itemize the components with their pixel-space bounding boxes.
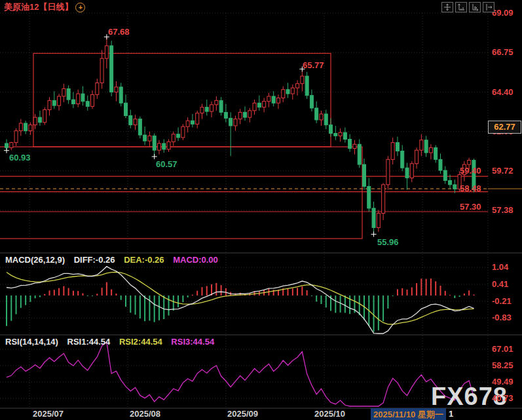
low-label-6057: 60.57 — [156, 159, 177, 169]
date-suffix: 1 — [449, 409, 453, 419]
add-overlay-icon[interactable]: + — [75, 3, 85, 12]
axis-tick-label: -0.21 — [492, 296, 512, 306]
rsi-header: RSI(14,14,14) RSI1:44.54 RSI2:44.54 RSI3… — [5, 337, 221, 347]
rsi3-value: RSI3:44.54 — [171, 337, 214, 347]
axis-tick-label: 66.75 — [492, 47, 513, 57]
axis-tick-label: 40.73 — [492, 393, 513, 403]
macd-dea-value: DEA:-0.26 — [124, 255, 164, 265]
chart-toolbar — [441, 2, 494, 12]
month-label: 2025/09 — [227, 409, 258, 419]
macd-macd-value: MACD:0.00 — [173, 255, 218, 265]
axis-tick-label: -0.83 — [492, 313, 512, 322]
axis-tick-label: 58.25 — [492, 360, 513, 370]
axis-tick-label: 0.41 — [492, 279, 508, 289]
macd-header: MACD(26,12,9) DIFF:-0.26 DEA:-0.26 MACD:… — [5, 255, 225, 265]
low-label-5596: 55.96 — [377, 237, 399, 247]
title-bar: 美原油12【日线】 + — [4, 1, 85, 13]
hline-label-5730: 57.30 — [460, 202, 481, 212]
rsi1-value: RSI1:44.54 — [67, 337, 111, 347]
axis-tick-label: 49.49 — [492, 377, 513, 387]
exit-right-icon[interactable] — [483, 2, 494, 12]
month-label: 2025/07 — [33, 409, 64, 419]
rsi2-value: RSI2:44.54 — [119, 337, 162, 347]
chart-app: 美原油12【日线】 + 69.0966.7564.4062.0659.7257.… — [0, 0, 522, 420]
axis-tick-label: 59.72 — [492, 166, 513, 176]
rsi-name: RSI(14,14,14) — [5, 337, 58, 347]
low-label-6093: 60.93 — [9, 153, 31, 162]
high-label-6768: 67.68 — [108, 27, 130, 37]
axis-tick-label: 57.38 — [492, 205, 513, 215]
axis-pan-icon[interactable] — [469, 2, 481, 12]
axis-tick-label: 64.40 — [492, 87, 513, 97]
candlestick-chart[interactable] — [0, 0, 522, 420]
hline-label-5940: 59.40 — [460, 166, 481, 176]
high-label-6577: 65.77 — [303, 60, 324, 70]
macd-name: MACD(26,12,9) — [5, 255, 65, 265]
page-title: 美原油12【日线】 — [4, 1, 73, 13]
current-date-badge: 2025/11/10 星期一 — [371, 408, 446, 420]
date-axis: 2025/072025/082025/092025/10 2025/11/10 … — [0, 409, 522, 420]
month-label: 2025/10 — [314, 409, 345, 419]
hline-label-5848: 58.48 — [460, 183, 481, 193]
month-label: 2025/08 — [130, 409, 160, 419]
axis-tick-label: 69.09 — [492, 8, 513, 18]
macd-diff-value: DIFF:-0.26 — [74, 255, 115, 265]
axis-tick-label: 67.01 — [492, 344, 513, 354]
current-price-label: 62.77 — [488, 121, 521, 134]
move-icon[interactable] — [441, 2, 453, 12]
axis-tick-label: 1.04 — [492, 262, 508, 272]
axis-scale-icon[interactable] — [455, 2, 467, 12]
